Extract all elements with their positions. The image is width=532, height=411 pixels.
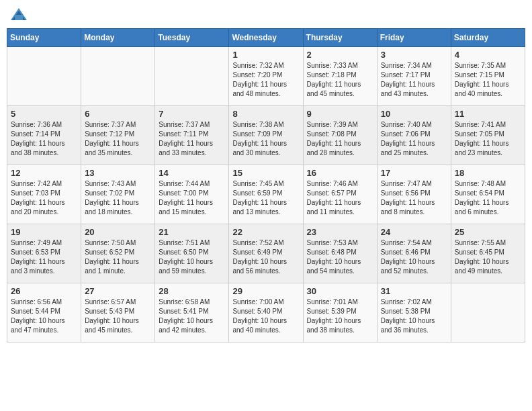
day-number: 6 [85, 109, 151, 119]
calendar-cell: 9Sunrise: 7:39 AMSunset: 7:08 PMDaylight… [303, 106, 377, 165]
calendar-cell: 12Sunrise: 7:42 AMSunset: 7:03 PMDayligh… [7, 165, 81, 224]
day-number: 11 [455, 109, 521, 119]
calendar-cell: 21Sunrise: 7:51 AMSunset: 6:50 PMDayligh… [155, 224, 229, 283]
week-row-2: 5Sunrise: 7:36 AMSunset: 7:14 PMDaylight… [7, 106, 525, 165]
day-info: Sunrise: 7:00 AMSunset: 5:40 PMDaylight:… [232, 298, 299, 335]
calendar-cell: 7Sunrise: 7:37 AMSunset: 7:11 PMDaylight… [155, 106, 229, 165]
day-number: 18 [455, 168, 521, 178]
day-number: 9 [307, 109, 373, 119]
calendar-cell: 23Sunrise: 7:53 AMSunset: 6:48 PMDayligh… [303, 224, 377, 283]
day-number: 26 [11, 286, 77, 296]
calendar-cell: 29Sunrise: 7:00 AMSunset: 5:40 PMDayligh… [229, 283, 303, 342]
day-number: 27 [85, 286, 151, 296]
day-info: Sunrise: 7:42 AMSunset: 7:03 PMDaylight:… [11, 179, 77, 217]
day-number: 8 [232, 109, 299, 119]
day-info: Sunrise: 7:02 AMSunset: 5:38 PMDaylight:… [381, 298, 447, 335]
calendar-cell: 17Sunrise: 7:47 AMSunset: 6:56 PMDayligh… [377, 165, 451, 224]
day-info: Sunrise: 7:41 AMSunset: 7:05 PMDaylight:… [455, 120, 521, 158]
calendar-table: SundayMondayTuesdayWednesdayThursdayFrid… [7, 28, 525, 342]
day-info: Sunrise: 7:44 AMSunset: 7:00 PMDaylight:… [159, 179, 225, 217]
day-number: 7 [159, 109, 225, 119]
day-info: Sunrise: 7:43 AMSunset: 7:02 PMDaylight:… [85, 179, 151, 217]
weekday-header-sunday: Sunday [7, 29, 81, 47]
day-info: Sunrise: 7:32 AMSunset: 7:20 PMDaylight:… [232, 61, 299, 99]
calendar-cell: 8Sunrise: 7:38 AMSunset: 7:09 PMDaylight… [229, 106, 303, 165]
day-number: 15 [232, 168, 299, 178]
day-info: Sunrise: 7:47 AMSunset: 6:56 PMDaylight:… [381, 179, 447, 217]
calendar-cell: 20Sunrise: 7:50 AMSunset: 6:52 PMDayligh… [81, 224, 155, 283]
day-number: 23 [307, 227, 373, 237]
calendar-cell: 6Sunrise: 7:37 AMSunset: 7:12 PMDaylight… [81, 106, 155, 165]
day-info: Sunrise: 7:45 AMSunset: 6:59 PMDaylight:… [232, 179, 299, 217]
weekday-header-wednesday: Wednesday [229, 29, 303, 47]
day-info: Sunrise: 7:37 AMSunset: 7:11 PMDaylight:… [159, 120, 225, 158]
svg-rect-2 [15, 15, 23, 20]
calendar-cell [7, 47, 81, 106]
weekday-header-tuesday: Tuesday [155, 29, 229, 47]
day-info: Sunrise: 7:51 AMSunset: 6:50 PMDaylight:… [159, 238, 225, 276]
day-number: 20 [85, 227, 151, 237]
calendar-cell: 5Sunrise: 7:36 AMSunset: 7:14 PMDaylight… [7, 106, 81, 165]
day-info: Sunrise: 7:39 AMSunset: 7:08 PMDaylight:… [307, 120, 373, 158]
day-number: 4 [455, 50, 521, 60]
day-info: Sunrise: 7:37 AMSunset: 7:12 PMDaylight:… [85, 120, 151, 158]
day-number: 3 [381, 50, 447, 60]
day-info: Sunrise: 7:48 AMSunset: 6:54 PMDaylight:… [455, 179, 521, 217]
day-number: 14 [159, 168, 225, 178]
day-number: 30 [307, 286, 373, 296]
day-number: 16 [307, 168, 373, 178]
calendar-cell: 4Sunrise: 7:35 AMSunset: 7:15 PMDaylight… [451, 47, 525, 106]
day-number: 17 [381, 168, 447, 178]
weekday-header-saturday: Saturday [451, 29, 525, 47]
day-info: Sunrise: 7:46 AMSunset: 6:57 PMDaylight:… [307, 179, 373, 217]
logo [9, 7, 31, 23]
day-info: Sunrise: 7:53 AMSunset: 6:48 PMDaylight:… [307, 238, 373, 276]
day-number: 12 [11, 168, 77, 178]
calendar-cell: 31Sunrise: 7:02 AMSunset: 5:38 PMDayligh… [377, 283, 451, 342]
day-info: Sunrise: 7:36 AMSunset: 7:14 PMDaylight:… [11, 120, 77, 158]
day-info: Sunrise: 7:38 AMSunset: 7:09 PMDaylight:… [232, 120, 299, 158]
day-number: 10 [381, 109, 447, 119]
day-info: Sunrise: 7:49 AMSunset: 6:53 PMDaylight:… [11, 238, 77, 276]
weekday-header-thursday: Thursday [303, 29, 377, 47]
calendar-cell: 25Sunrise: 7:55 AMSunset: 6:45 PMDayligh… [451, 224, 525, 283]
day-number: 29 [232, 286, 299, 296]
week-row-3: 12Sunrise: 7:42 AMSunset: 7:03 PMDayligh… [7, 165, 525, 224]
calendar-cell: 30Sunrise: 7:01 AMSunset: 5:39 PMDayligh… [303, 283, 377, 342]
logo-icon [9, 7, 28, 23]
calendar-cell: 24Sunrise: 7:54 AMSunset: 6:46 PMDayligh… [377, 224, 451, 283]
week-row-5: 26Sunrise: 6:56 AMSunset: 5:44 PMDayligh… [7, 283, 525, 342]
day-number: 22 [232, 227, 299, 237]
weekday-header-monday: Monday [81, 29, 155, 47]
calendar-cell: 13Sunrise: 7:43 AMSunset: 7:02 PMDayligh… [81, 165, 155, 224]
calendar-cell: 27Sunrise: 6:57 AMSunset: 5:43 PMDayligh… [81, 283, 155, 342]
day-number: 1 [232, 50, 299, 60]
calendar-cell: 14Sunrise: 7:44 AMSunset: 7:00 PMDayligh… [155, 165, 229, 224]
calendar-cell: 22Sunrise: 7:52 AMSunset: 6:49 PMDayligh… [229, 224, 303, 283]
day-number: 19 [11, 227, 77, 237]
weekday-header-friday: Friday [377, 29, 451, 47]
calendar-cell: 1Sunrise: 7:32 AMSunset: 7:20 PMDaylight… [229, 47, 303, 106]
day-number: 2 [307, 50, 373, 60]
day-info: Sunrise: 7:52 AMSunset: 6:49 PMDaylight:… [232, 238, 299, 276]
day-info: Sunrise: 6:56 AMSunset: 5:44 PMDaylight:… [11, 298, 77, 335]
weekday-header-row: SundayMondayTuesdayWednesdayThursdayFrid… [7, 29, 525, 47]
day-number: 13 [85, 168, 151, 178]
calendar-cell: 16Sunrise: 7:46 AMSunset: 6:57 PMDayligh… [303, 165, 377, 224]
day-info: Sunrise: 7:33 AMSunset: 7:18 PMDaylight:… [307, 61, 373, 99]
calendar-cell: 19Sunrise: 7:49 AMSunset: 6:53 PMDayligh… [7, 224, 81, 283]
page-header [7, 7, 525, 23]
calendar-cell [451, 283, 525, 342]
day-number: 25 [455, 227, 521, 237]
calendar-cell: 3Sunrise: 7:34 AMSunset: 7:17 PMDaylight… [377, 47, 451, 106]
day-number: 28 [159, 286, 225, 296]
week-row-1: 1Sunrise: 7:32 AMSunset: 7:20 PMDaylight… [7, 47, 525, 106]
calendar-cell [81, 47, 155, 106]
calendar-cell: 10Sunrise: 7:40 AMSunset: 7:06 PMDayligh… [377, 106, 451, 165]
day-info: Sunrise: 7:34 AMSunset: 7:17 PMDaylight:… [381, 61, 447, 99]
calendar-cell: 2Sunrise: 7:33 AMSunset: 7:18 PMDaylight… [303, 47, 377, 106]
day-number: 31 [381, 286, 447, 296]
calendar-cell: 11Sunrise: 7:41 AMSunset: 7:05 PMDayligh… [451, 106, 525, 165]
calendar-cell: 28Sunrise: 6:58 AMSunset: 5:41 PMDayligh… [155, 283, 229, 342]
calendar-cell: 26Sunrise: 6:56 AMSunset: 5:44 PMDayligh… [7, 283, 81, 342]
